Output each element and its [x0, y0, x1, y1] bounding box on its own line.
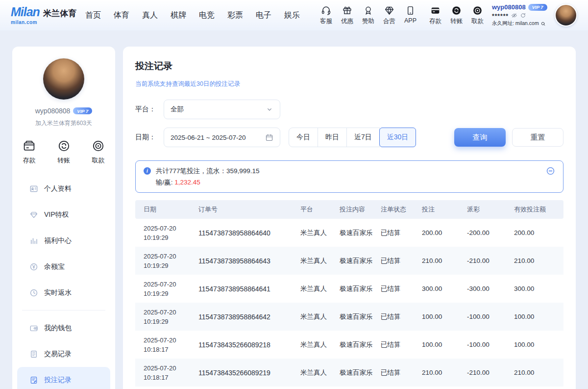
cell-valid-bet: 200.00 — [514, 229, 555, 236]
sidebar-quick-label: 转账 — [57, 156, 70, 165]
menu-divider — [22, 310, 105, 311]
header-action-取款[interactable]: 取款 — [470, 5, 485, 26]
nav-item-电竞[interactable]: 电竞 — [199, 10, 215, 21]
platform-select[interactable]: 全部 — [164, 100, 280, 119]
cell-bet-content: 极速百家乐 — [340, 229, 381, 237]
sidebar-item-label: 余额宝 — [44, 262, 65, 271]
header-quick-actions: 客服优惠赞助合营APP存款转账取款 — [318, 5, 485, 26]
table-header: 日期订单号平台投注内容注单状态投注派彩有效投注额 — [135, 200, 564, 219]
header-action-转账[interactable]: 转账 — [449, 5, 464, 26]
table-row: 2025-07-2010:19:291154738738958864640米兰真… — [135, 219, 564, 247]
page-subtitle: 当前系统支持查询最近30日的投注记录 — [135, 80, 564, 88]
column-header: 注单状态 — [381, 205, 422, 214]
sidebar-menu: 个人资料VIP特权福利中心余额宝实时返水我的钱包交易记录投注记录 — [12, 176, 115, 389]
cell-date: 2025-07-2010:19:29 — [144, 280, 198, 298]
cell-platform: 米兰真人 — [300, 312, 340, 321]
nav-item-体育[interactable]: 体育 — [114, 10, 129, 21]
sidebar-quick-取款[interactable]: 取款 — [92, 139, 105, 165]
cell-order-no: 1154738435266089218 — [198, 341, 300, 349]
quick-date-昨日[interactable]: 昨日 — [318, 128, 347, 147]
quick-date-今日[interactable]: 今日 — [289, 128, 318, 147]
cell-bet-amount: 210.00 — [422, 369, 467, 376]
calendar-icon — [265, 133, 273, 142]
main-nav: 首页体育真人棋牌电竞彩票电子娱乐 — [85, 10, 300, 21]
header-action-APP[interactable]: APP — [403, 5, 418, 24]
search-button[interactable]: 查询 — [454, 128, 506, 147]
cell-bet-content: 极速百家乐 — [340, 312, 381, 321]
search-icon[interactable] — [540, 21, 546, 26]
cell-status: 已结算 — [381, 229, 422, 237]
header-action-客服[interactable]: 客服 — [318, 5, 334, 26]
sidebar-item-我的钱包[interactable]: 我的钱包 — [12, 315, 115, 341]
sidebar-item-个人资料[interactable]: 个人资料 — [12, 176, 115, 202]
nav-item-彩票[interactable]: 彩票 — [227, 10, 243, 21]
header-action-label: APP — [404, 17, 416, 24]
refresh-icon[interactable] — [520, 12, 526, 19]
cell-order-no: 1154738738958864643 — [198, 257, 300, 265]
headset-icon — [321, 5, 331, 16]
sidebar-item-label: 交易记录 — [44, 350, 72, 359]
nav-item-棋牌[interactable]: 棋牌 — [171, 10, 186, 21]
profile-avatar[interactable] — [43, 58, 84, 100]
sidebar-item-label: VIP特权 — [44, 210, 69, 219]
cell-payout: -200.00 — [467, 229, 514, 236]
sidebar-item-投注记录[interactable]: 投注记录 — [17, 367, 110, 389]
sidebar-username: wyp080808 — [35, 107, 71, 115]
collapse-icon[interactable] — [546, 166, 555, 176]
column-header: 投注内容 — [340, 205, 381, 214]
sidebar-item-实时返水[interactable]: 实时返水 — [12, 280, 115, 306]
platform-filter-row: 平台： 全部 — [135, 100, 564, 119]
sidebar-quick-存款[interactable]: 存款 — [23, 139, 36, 165]
sidebar-item-VIP特权[interactable]: VIP特权 — [12, 202, 115, 228]
phone-icon — [405, 5, 416, 16]
header-action-优惠[interactable]: 优惠 — [340, 5, 355, 26]
header-action-合营[interactable]: 合营 — [382, 5, 397, 26]
header-avatar[interactable] — [555, 4, 577, 26]
header-action-赞助[interactable]: 赞助 — [361, 5, 376, 26]
eye-off-icon[interactable] — [511, 12, 517, 19]
cell-date: 2025-07-2010:19:29 — [144, 252, 198, 270]
sidebar-item-label: 个人资料 — [44, 184, 72, 193]
sidebar-quick-转账[interactable]: 转账 — [57, 139, 71, 165]
nav-item-真人[interactable]: 真人 — [142, 10, 158, 21]
header-action-label: 存款 — [429, 17, 441, 26]
sidebar-item-交易记录[interactable]: 交易记录 — [12, 341, 115, 367]
header-action-label: 优惠 — [341, 17, 353, 26]
cell-valid-bet: 300.00 — [514, 285, 555, 292]
quick-date-近30日[interactable]: 近30日 — [379, 128, 416, 147]
column-header: 平台 — [300, 205, 340, 214]
nav-item-娱乐[interactable]: 娱乐 — [284, 10, 300, 21]
nav-item-首页[interactable]: 首页 — [85, 10, 101, 21]
cell-status: 已结算 — [381, 368, 422, 377]
date-range-input[interactable]: 2025-06-21 ~ 2025-07-20 — [164, 128, 280, 147]
cell-bet-amount: 210.00 — [422, 257, 467, 264]
withdraw-outline-icon — [92, 139, 105, 153]
table-row: 2025-07-2010:19:291154738738958864643米兰真… — [135, 247, 564, 275]
sidebar-item-余额宝[interactable]: 余额宝 — [12, 254, 115, 280]
summary-line2: 输/赢: 1,232.45 — [156, 177, 260, 188]
deposit-icon — [430, 5, 441, 16]
cell-status: 已结算 — [381, 340, 422, 349]
sidebar-item-福利中心[interactable]: 福利中心 — [12, 228, 115, 254]
brand-name-cn: 米兰体育 — [43, 8, 76, 19]
withdraw-icon — [472, 5, 483, 16]
cell-date: 2025-07-2010:18:17 — [144, 336, 198, 354]
quick-date-近7日[interactable]: 近7日 — [346, 128, 380, 147]
cell-status: 已结算 — [381, 285, 422, 293]
platform-label: 平台： — [135, 105, 164, 114]
table-row: 2025-07-2010:18:171154738435266089218米兰真… — [135, 331, 564, 359]
header-action-存款[interactable]: 存款 — [428, 5, 443, 26]
cell-payout: -300.00 — [467, 285, 514, 292]
cell-payout: -210.00 — [467, 369, 514, 376]
nav-item-电子[interactable]: 电子 — [256, 10, 271, 21]
platform-select-value: 全部 — [171, 105, 184, 114]
reset-button[interactable]: 重置 — [512, 128, 564, 147]
brand-domain: milan.com — [11, 20, 76, 25]
diamond-icon — [384, 5, 394, 16]
header-username: wyp080808 — [492, 3, 526, 11]
sidebar-vip-badge: VIP 7 — [73, 107, 92, 114]
win-loss-value: 1,232.45 — [174, 179, 200, 186]
cell-platform: 米兰真人 — [300, 368, 340, 377]
cell-status: 已结算 — [381, 257, 422, 265]
brand-logo[interactable]: Milan 米兰体育 milan.com — [11, 6, 76, 25]
